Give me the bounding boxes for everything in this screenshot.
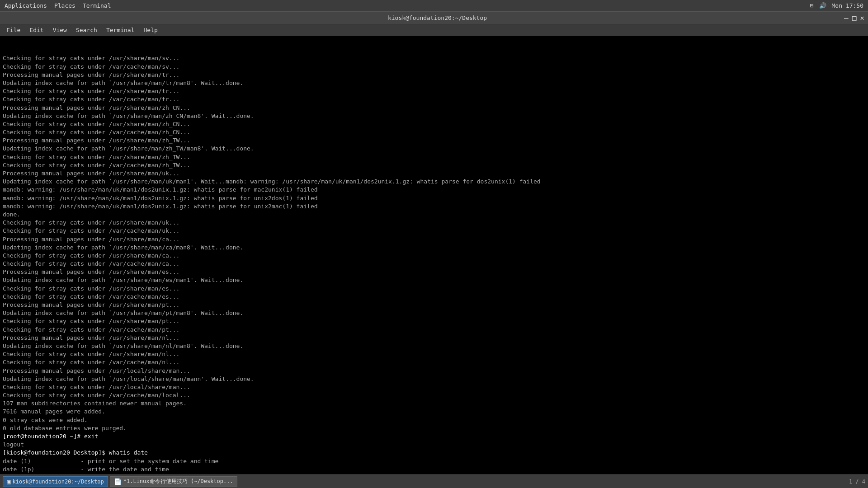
taskbar-item[interactable]: 📄*1.Linux命令行使用技巧 (~/Desktop... <box>110 476 237 487</box>
terminal-line: Checking for stray cats under /usr/share… <box>3 317 865 325</box>
terminal-line: Checking for stray cats under /usr/share… <box>3 285 865 293</box>
menu-item-file[interactable]: File <box>3 26 24 34</box>
window-title: kiosk@foundation20:~/Desktop <box>31 14 844 21</box>
places-label: Places <box>54 2 75 9</box>
places-menu[interactable]: Places <box>54 2 75 9</box>
terminal-line: date (1p) - write the date and time <box>3 465 865 474</box>
terminal-line: 0 old database entries were purged. <box>3 424 865 432</box>
terminal-line: Checking for stray cats under /var/cache… <box>3 293 865 301</box>
terminal-line: 7616 manual pages were added. <box>3 408 865 416</box>
terminal-line: 0 stray cats were added. <box>3 416 865 424</box>
terminal-line: done. <box>3 211 865 219</box>
system-bar-left: Applications Places Terminal <box>5 2 111 9</box>
window-controls: — □ ✕ <box>844 14 864 22</box>
terminal-line: Checking for stray cats under /var/cache… <box>3 161 865 169</box>
maximize-button[interactable]: □ <box>852 14 857 22</box>
minimize-button[interactable]: — <box>844 14 849 22</box>
terminal-line: Processing manual pages under /usr/share… <box>3 235 865 244</box>
terminal-line: Processing manual pages under /usr/share… <box>3 301 865 309</box>
menu-item-search[interactable]: Search <box>72 26 101 34</box>
applications-menu[interactable]: Applications <box>5 2 47 9</box>
terminal-line: 107 man subdirectories contained newer m… <box>3 399 865 408</box>
terminal-line: Checking for stray cats under /var/cache… <box>3 358 865 366</box>
terminal-line: Checking for stray cats under /usr/share… <box>3 350 865 358</box>
terminal-line: Processing manual pages under /usr/share… <box>3 136 865 145</box>
terminal-line: Processing manual pages under /usr/share… <box>3 71 865 79</box>
terminal-line: Checking for stray cats under /usr/share… <box>3 219 865 227</box>
clock: Mon 17:50 <box>832 2 863 9</box>
terminal-line: Checking for stray cats under /var/cache… <box>3 128 865 136</box>
close-button[interactable]: ✕ <box>860 14 864 22</box>
terminal-line: Processing manual pages under /usr/local… <box>3 367 865 375</box>
terminal-line: date (1) - print or set the system date … <box>3 457 865 465</box>
terminal-window: kiosk@foundation20:~/Desktop — □ ✕ FileE… <box>0 12 868 474</box>
terminal-line: Checking for stray cats under /usr/local… <box>3 383 865 391</box>
terminal-line: Checking for stray cats under /var/cache… <box>3 95 865 103</box>
terminal-line: Updating index cache for path `/usr/shar… <box>3 112 865 120</box>
terminal-line: Processing manual pages under /usr/share… <box>3 334 865 342</box>
terminal-line: Updating index cache for path `/usr/shar… <box>3 276 865 284</box>
terminal-line: Checking for stray cats under /usr/share… <box>3 153 865 161</box>
taskbar-item-label: kiosk@foundation20:~/Desktop <box>12 479 104 485</box>
terminal-line: Processing manual pages under /usr/share… <box>3 169 865 178</box>
terminal-line: Updating index cache for path `/usr/shar… <box>3 145 865 153</box>
terminal-line: Checking for stray cats under /usr/share… <box>3 120 865 128</box>
menu-item-help[interactable]: Help <box>140 26 161 34</box>
terminal-line: mandb: warning: /usr/share/man/uk/man1/d… <box>3 202 865 211</box>
taskbar-left: ▣kiosk@foundation20:~/Desktop📄*1.Linux命令… <box>3 476 237 487</box>
terminal-line: Updating index cache for path `/usr/shar… <box>3 79 865 87</box>
terminal-line: Updating index cache for path `/usr/loca… <box>3 375 865 383</box>
title-bar: kiosk@foundation20:~/Desktop — □ ✕ <box>0 12 868 24</box>
network-icon: ⊟ <box>810 2 814 9</box>
taskbar-right-pager: 1 / 4 <box>849 479 865 485</box>
terminal-line: Processing manual pages under /usr/share… <box>3 268 865 276</box>
taskbar-item-label: *1.Linux命令行使用技巧 (~/Desktop... <box>123 478 233 485</box>
terminal-content[interactable]: Checking for stray cats under /usr/share… <box>0 36 868 474</box>
terminal-line: [kiosk@foundation20 Desktop]$ whatis dat… <box>3 449 865 457</box>
terminal-line: logout <box>3 441 865 449</box>
terminal-line: Updating index cache for path `/usr/shar… <box>3 342 865 350</box>
volume-icon: 🔊 <box>819 2 826 9</box>
terminal-label: Terminal <box>83 2 111 9</box>
terminal-line: Processing manual pages under /usr/share… <box>3 104 865 112</box>
terminal-line: Checking for stray cats under /usr/share… <box>3 87 865 95</box>
terminal-line: mandb: warning: /usr/share/man/uk/man1/d… <box>3 186 865 194</box>
terminal-line: Checking for stray cats under /var/cache… <box>3 227 865 235</box>
taskbar: ▣kiosk@foundation20:~/Desktop📄*1.Linux命令… <box>0 474 868 488</box>
terminal-icon: ▣ <box>7 478 10 485</box>
editor-icon: 📄 <box>114 478 122 485</box>
terminal-line: Checking for stray cats under /var/cache… <box>3 326 865 334</box>
menu-bar: FileEditViewSearchTerminalHelp <box>0 24 868 36</box>
terminal-line: Updating index cache for path `/usr/shar… <box>3 178 865 186</box>
menu-item-terminal[interactable]: Terminal <box>103 26 138 34</box>
taskbar-item[interactable]: ▣kiosk@foundation20:~/Desktop <box>3 476 108 487</box>
system-bar-right: ⊟ 🔊 Mon 17:50 <box>810 2 863 9</box>
system-bar: Applications Places Terminal ⊟ 🔊 Mon 17:… <box>0 0 868 12</box>
terminal-line: Checking for stray cats under /var/cache… <box>3 260 865 268</box>
terminal-line: [root@foundation20 ~]# exit <box>3 432 865 441</box>
terminal-menu[interactable]: Terminal <box>83 2 111 9</box>
terminal-line: Checking for stray cats under /var/cache… <box>3 63 865 71</box>
terminal-line: Updating index cache for path `/usr/shar… <box>3 244 865 252</box>
menu-item-view[interactable]: View <box>49 26 71 34</box>
terminal-line: mandb: warning: /usr/share/man/uk/man1/d… <box>3 194 865 202</box>
terminal-line: Checking for stray cats under /var/cache… <box>3 391 865 399</box>
terminal-line: Updating index cache for path `/usr/shar… <box>3 309 865 317</box>
terminal-line: Checking for stray cats under /usr/share… <box>3 252 865 260</box>
menu-item-edit[interactable]: Edit <box>26 26 47 34</box>
applications-label: Applications <box>5 2 47 9</box>
terminal-line: Checking for stray cats under /usr/share… <box>3 54 865 62</box>
